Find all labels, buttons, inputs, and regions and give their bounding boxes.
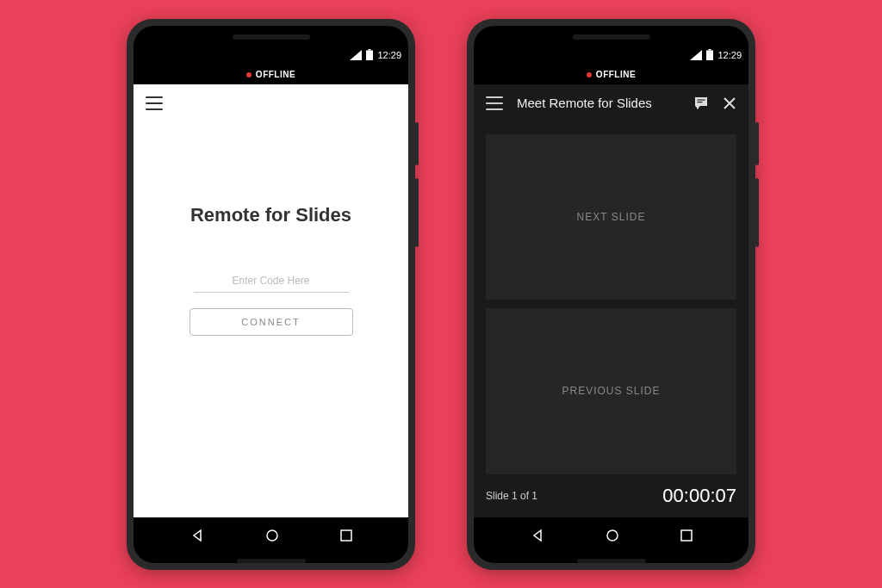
offline-label: OFFLINE — [596, 70, 636, 79]
nav-home-icon[interactable] — [265, 529, 279, 542]
offline-bar: OFFLINE — [474, 65, 748, 84]
svg-point-2 — [267, 530, 277, 541]
svg-rect-10 — [681, 530, 692, 541]
nav-home-icon[interactable] — [606, 529, 619, 542]
hamburger-icon[interactable] — [486, 96, 503, 110]
signal-icon — [690, 50, 702, 60]
svg-point-9 — [607, 530, 618, 541]
offline-bar: OFFLINE — [134, 65, 408, 84]
timer: 00:00:07 — [662, 485, 736, 507]
battery-icon — [366, 49, 373, 60]
offline-dot-icon — [246, 72, 252, 77]
nav-recent-icon[interactable] — [340, 529, 352, 542]
connect-button[interactable]: CONNECT — [189, 308, 353, 336]
nav-recent-icon[interactable] — [680, 529, 693, 542]
battery-icon — [706, 49, 713, 60]
phone-speaker — [573, 34, 650, 40]
signal-icon — [350, 50, 362, 60]
svg-rect-7 — [698, 99, 705, 100]
svg-rect-5 — [706, 51, 713, 61]
phone-mockup-2: 12:29 OFFLINE Meet Remote for Slides NEX — [467, 19, 755, 570]
code-input[interactable] — [194, 269, 349, 293]
page-title: Meet Remote for Slides — [517, 96, 680, 110]
phone-power-button — [755, 122, 759, 165]
phone-volume-button — [415, 178, 419, 247]
status-bar: 12:29 — [474, 45, 748, 65]
svg-rect-8 — [698, 102, 703, 102]
offline-dot-icon — [587, 72, 592, 77]
app-title: Remote for Slides — [190, 204, 351, 226]
svg-rect-1 — [366, 51, 373, 61]
nav-back-icon[interactable] — [190, 529, 204, 542]
slide-counter: Slide 1 of 1 — [486, 490, 537, 502]
phone-bottom-speaker — [577, 559, 646, 563]
status-time: 12:29 — [717, 50, 742, 60]
status-bar: 12:29 — [134, 45, 408, 65]
status-time: 12:29 — [377, 50, 401, 60]
phone-bottom-speaker — [237, 559, 306, 563]
svg-rect-4 — [709, 49, 711, 51]
next-slide-button[interactable]: NEXT SLIDE — [486, 134, 736, 300]
notes-icon[interactable] — [693, 96, 709, 111]
android-nav-bar — [474, 517, 748, 554]
previous-slide-button[interactable]: PREVIOUS SLIDE — [486, 308, 736, 474]
phone-volume-button — [755, 178, 759, 247]
offline-label: OFFLINE — [256, 70, 295, 79]
android-nav-bar — [134, 517, 408, 554]
phone-power-button — [415, 122, 419, 165]
phone-speaker — [233, 34, 310, 40]
svg-rect-0 — [369, 49, 371, 51]
phone-mockup-1: 12:29 OFFLINE Remote for Slides CONNECT — [127, 19, 415, 570]
nav-back-icon[interactable] — [531, 529, 544, 542]
svg-rect-3 — [341, 530, 351, 541]
close-icon[interactable] — [723, 96, 736, 110]
hamburger-icon[interactable] — [146, 96, 163, 110]
